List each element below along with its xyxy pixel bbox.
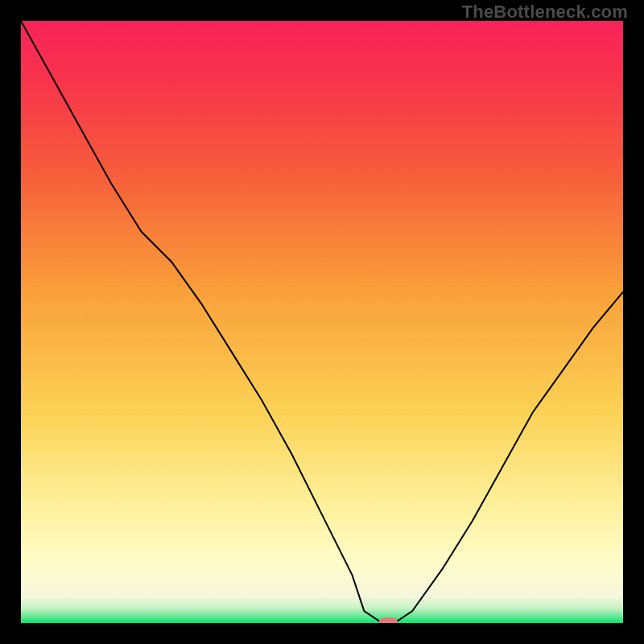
valley-marker [378,617,398,623]
bottleneck-chart [21,21,623,623]
gradient-background [21,21,623,623]
chart-frame: TheBottleneck.com [0,0,644,644]
watermark-text: TheBottleneck.com [462,2,628,23]
